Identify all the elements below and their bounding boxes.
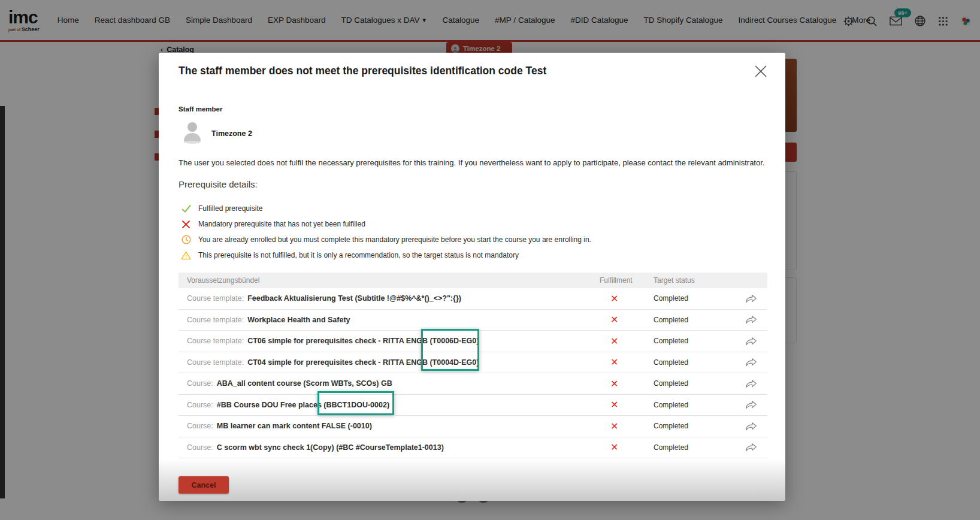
table-row: Course:MB learner can mark content FALSE…: [179, 416, 767, 437]
go-to-course-button[interactable]: [734, 422, 767, 431]
staff-member-name: Timezone 2: [211, 129, 252, 138]
table-body: Course template:Feedback Aktualisierung …: [179, 288, 767, 458]
warning-icon: [181, 251, 191, 260]
legend: Fulfilled prerequisite Mandatory prerequ…: [181, 201, 591, 263]
table-header: Voraussetzungsbündel Fulfillment Target …: [179, 273, 767, 288]
prerequisites-modal: The staff member does not meet the prere…: [159, 53, 785, 501]
close-icon[interactable]: [753, 64, 769, 81]
staff-member-label: Staff member: [179, 105, 223, 113]
column-target-status: Target status: [654, 276, 734, 285]
prerequisite-details-heading: Prerequisite details:: [179, 179, 258, 189]
forward-arrow-icon: [745, 337, 757, 346]
forward-arrow-icon: [745, 443, 757, 452]
prerequisite-name: ABA_all content course (Scorm WBTs, SCOs…: [217, 379, 392, 388]
modal-title: The staff member does not meet the prere…: [179, 65, 546, 77]
modal-bottom-shadow: [159, 459, 785, 501]
check-icon: [181, 204, 191, 213]
legend-item: Mandatory prerequisite that has not yet …: [181, 216, 591, 232]
table-row: Course:C scorm wbt sync check 1(Copy) (#…: [179, 437, 767, 459]
prerequisite-type-label: Course:: [187, 401, 213, 409]
go-to-course-button[interactable]: [734, 315, 767, 324]
fulfillment-cell: ✕: [600, 314, 654, 325]
prerequisite-name: Workplace Health and Safety: [247, 316, 350, 324]
fulfillment-cell: ✕: [600, 293, 654, 304]
cross-icon: ✕: [600, 400, 618, 410]
highlight-annotation: [317, 391, 394, 415]
table-row: Course:ABA_all content course (Scorm WBT…: [179, 373, 767, 395]
clock-icon: [181, 235, 191, 244]
legend-item: Fulfilled prerequisite: [181, 201, 591, 216]
prerequisite-type-label: Course template:: [187, 294, 244, 303]
forward-arrow-icon: [745, 400, 757, 409]
prerequisite-type-label: Course:: [187, 443, 213, 452]
go-to-course-button[interactable]: [734, 379, 767, 388]
go-to-course-button[interactable]: [734, 337, 767, 346]
forward-arrow-icon: [745, 358, 757, 367]
column-bundle: Voraussetzungsbündel: [179, 276, 600, 285]
legend-item: You are already enrolled but you must co…: [181, 232, 591, 247]
fulfillment-cell: ✕: [600, 335, 654, 347]
fulfillment-cell: ✕: [600, 399, 654, 410]
avatar: [180, 120, 204, 144]
go-to-course-button[interactable]: [734, 443, 767, 452]
table-row: Course template:Feedback Aktualisierung …: [179, 288, 767, 310]
cross-icon: ✕: [600, 294, 618, 304]
go-to-course-button[interactable]: [734, 358, 767, 367]
target-status-cell: Completed: [654, 316, 734, 324]
cross-icon: ✕: [600, 442, 618, 452]
cross-icon: ✕: [600, 357, 618, 367]
target-status-cell: Completed: [654, 443, 734, 452]
cross-icon: ✕: [600, 379, 618, 389]
fulfillment-cell: ✕: [600, 356, 654, 368]
target-status-cell: Completed: [654, 422, 734, 430]
go-to-course-button[interactable]: [734, 400, 767, 409]
column-fulfillment: Fulfillment: [600, 276, 654, 285]
target-status-cell: Completed: [654, 379, 734, 388]
prerequisite-type-label: Course template:: [187, 358, 244, 367]
go-to-course-button[interactable]: [734, 294, 767, 303]
prerequisite-type-label: Course template:: [187, 316, 244, 324]
prerequisite-name-cell: Course template:Workplace Health and Saf…: [179, 316, 600, 324]
cross-icon: [181, 220, 191, 229]
prerequisite-name-cell: Course:MB learner can mark content FALSE…: [179, 422, 600, 430]
forward-arrow-icon: [745, 294, 757, 303]
prerequisite-name-cell: Course template:CT06 simple for prerequi…: [179, 337, 600, 345]
forward-arrow-icon: [745, 379, 757, 388]
prerequisite-type-label: Course template:: [187, 337, 244, 345]
cross-icon: ✕: [600, 421, 618, 431]
forward-arrow-icon: [745, 422, 757, 431]
prerequisite-type-label: Course:: [187, 379, 213, 388]
fulfillment-cell: ✕: [600, 421, 654, 432]
prerequisite-name: C scorm wbt sync check 1(Copy) (#BC #Cou…: [217, 443, 444, 452]
cancel-button[interactable]: Cancel: [179, 476, 229, 494]
highlight-annotation: [421, 329, 479, 371]
prerequisite-name: Feedback Aktualisierung Test (Subtitle !…: [247, 294, 461, 303]
target-status-cell: Completed: [654, 294, 734, 303]
prerequisite-name: MB learner can mark content FALSE (-0010…: [217, 422, 372, 430]
fulfillment-cell: ✕: [600, 442, 654, 453]
prerequisite-name-cell: Course:ABA_all content course (Scorm WBT…: [179, 379, 600, 388]
prerequisite-name-cell: Course template:Feedback Aktualisierung …: [179, 294, 600, 303]
legend-item: This prerequisite is not fulfilled, but …: [181, 247, 591, 263]
target-status-cell: Completed: [654, 358, 734, 367]
cross-icon: ✕: [600, 315, 618, 325]
prerequisite-name-cell: Course:C scorm wbt sync check 1(Copy) (#…: [179, 443, 600, 452]
prerequisite-type-label: Course:: [187, 422, 213, 430]
forward-arrow-icon: [745, 315, 757, 324]
table-row: Course:#BB Course DOU Free places (BBCT1…: [179, 395, 767, 416]
cross-icon: ✕: [600, 336, 618, 346]
target-status-cell: Completed: [654, 337, 734, 345]
modal-description: The user you selected does not fulfil th…: [179, 158, 766, 167]
fulfillment-cell: ✕: [600, 378, 654, 389]
table-row: Course template:Workplace Health and Saf…: [179, 310, 767, 331]
target-status-cell: Completed: [654, 401, 734, 409]
prerequisite-name-cell: Course template:CT04 simple for prerequi…: [179, 358, 600, 367]
